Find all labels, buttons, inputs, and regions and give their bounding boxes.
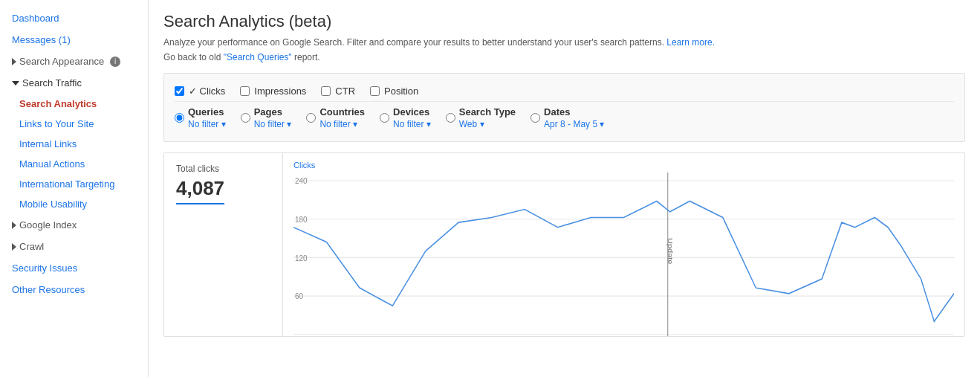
sidebar-item-dashboard[interactable]: Dashboard [0, 7, 148, 29]
sidebar-label: Google Index [19, 219, 77, 231]
sidebar-item-internal-links[interactable]: Internal Links [0, 134, 148, 154]
y-label-120: 120 [295, 254, 308, 262]
dim-search-type[interactable]: Search Type Web [446, 106, 516, 129]
dates-filter[interactable]: Apr 8 - May 5 [544, 119, 604, 129]
filter-clicks[interactable]: ✓ Clicks [175, 86, 225, 97]
chevron-right-icon [12, 243, 16, 251]
metrics-row: ✓ Clicks Impressions CTR Position [175, 81, 954, 101]
sidebar-item-manual-actions[interactable]: Manual Actions [0, 154, 148, 174]
stats-value: 4,087 [176, 177, 224, 204]
devices-label: Devices [393, 106, 431, 117]
queries-group: Queries No filter [188, 106, 226, 129]
sidebar-label: Search Appearance [19, 56, 104, 67]
filter-bar: ✓ Clicks Impressions CTR Position Querie… [163, 73, 965, 142]
learn-more-link[interactable]: Learn more. [666, 37, 715, 48]
chevron-right-icon [12, 58, 16, 65]
clicks-label: ✓ Clicks [189, 86, 225, 97]
sidebar-item-mobile-usability[interactable]: Mobile Usability [0, 194, 148, 214]
dim-queries[interactable]: Queries No filter [175, 106, 226, 129]
dates-group: Dates Apr 8 - May 5 [544, 106, 604, 129]
filter-position[interactable]: Position [370, 86, 418, 97]
countries-group: Countries No filter [319, 106, 365, 129]
chart-y-label: Clicks [293, 161, 954, 170]
chart-svg: 240 180 120 60 Update 4/8/15 4/12/15 4/1… [293, 173, 954, 336]
sidebar-item-links-to-your-site[interactable]: Links to Your Site [0, 114, 148, 134]
dim-devices[interactable]: Devices No filter [380, 106, 431, 129]
filter-impressions[interactable]: Impressions [240, 86, 306, 97]
main-content: Search Analytics (beta) Analyze your per… [149, 0, 980, 377]
chart-area: Clicks 240 180 120 60 Update [283, 153, 964, 336]
pages-filter[interactable]: No filter [254, 119, 292, 129]
impressions-label: Impressions [254, 86, 306, 97]
devices-filter[interactable]: No filter [393, 119, 431, 129]
page-description: Analyze your performance on Google Searc… [163, 36, 965, 49]
countries-filter[interactable]: No filter [319, 119, 365, 129]
sidebar-item-security-issues[interactable]: Security Issues [0, 257, 148, 279]
devices-group: Devices No filter [393, 106, 431, 129]
y-label-180: 180 [295, 216, 308, 225]
dates-label: Dates [544, 106, 604, 117]
sidebar-item-other-resources[interactable]: Other Resources [0, 279, 148, 300]
chart-container: 240 180 120 60 Update 4/8/15 4/12/15 4/1… [293, 173, 954, 336]
stats-left: Total clicks 4,087 [164, 153, 283, 336]
y-label-60: 60 [295, 292, 303, 301]
stats-label: Total clicks [176, 164, 270, 174]
dim-pages[interactable]: Pages No filter [241, 106, 292, 129]
search-type-label: Search Type [459, 106, 516, 117]
dim-dates[interactable]: Dates Apr 8 - May 5 [530, 106, 604, 129]
sidebar-item-search-appearance[interactable]: Search Appearance i [0, 51, 148, 72]
chevron-right-icon [12, 222, 16, 229]
sidebar-item-messages[interactable]: Messages (1) [0, 29, 148, 51]
sidebar-item-search-analytics[interactable]: Search Analytics [0, 94, 148, 114]
sidebar-item-google-index[interactable]: Google Index [0, 214, 148, 236]
chevron-down-icon [12, 81, 19, 86]
page-title: Search Analytics (beta) [163, 12, 965, 31]
sidebar-label: Crawl [19, 241, 44, 252]
update-text: Update [667, 238, 675, 265]
position-label: Position [384, 86, 418, 97]
stats-section: Total clicks 4,087 Clicks 240 180 120 60 [163, 152, 965, 337]
y-label-240: 240 [295, 177, 308, 186]
pages-group: Pages No filter [254, 106, 292, 129]
search-type-filter[interactable]: Web [459, 119, 516, 129]
queries-label: Queries [188, 106, 226, 117]
sidebar-label: Search Traffic [22, 77, 82, 88]
sidebar-item-international-targeting[interactable]: International Targeting [0, 174, 148, 194]
dimensions-row: Queries No filter Pages No filter Countr… [175, 101, 954, 134]
search-queries-link[interactable]: "Search Queries" [224, 52, 292, 62]
queries-filter[interactable]: No filter [188, 119, 226, 129]
search-type-group: Search Type Web [459, 106, 516, 129]
sidebar: Dashboard Messages (1) Search Appearance… [0, 0, 149, 377]
info-icon: i [110, 57, 120, 67]
filter-ctr[interactable]: CTR [321, 86, 355, 97]
sidebar-item-search-traffic[interactable]: Search Traffic [0, 72, 148, 94]
ctr-label: CTR [335, 86, 355, 97]
pages-label: Pages [254, 106, 292, 117]
countries-label: Countries [319, 106, 365, 117]
back-to-old: Go back to old "Search Queries" report. [163, 52, 965, 62]
dim-countries[interactable]: Countries No filter [306, 106, 365, 129]
sidebar-item-crawl[interactable]: Crawl [0, 236, 148, 257]
